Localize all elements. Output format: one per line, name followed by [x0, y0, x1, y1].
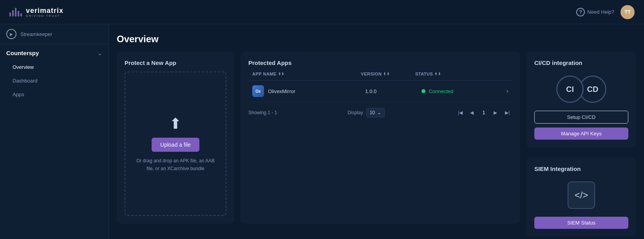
td-app-name: Ox OlivexMirror: [252, 85, 365, 97]
logo-bar-3: [15, 8, 16, 16]
logo-bar-4: [18, 11, 19, 16]
ci-icon: CI: [556, 75, 584, 103]
display-row: Display 10 ⌄: [347, 108, 385, 117]
upload-file-button[interactable]: Upload a file: [152, 138, 199, 152]
table-row[interactable]: Ox OlivexMirror 1.0.0 Connected ›: [248, 81, 512, 102]
showing-text: Showing 1 - 1: [248, 110, 277, 115]
display-select[interactable]: 10 ⌄: [366, 108, 385, 117]
code-icon: </>: [568, 181, 595, 209]
cicd-icons: CI CD: [534, 75, 628, 103]
main-content: Overview Protect a New App ⬆ Upload a fi…: [109, 24, 644, 239]
table-footer: Showing 1 - 1 Display 10 ⌄ |◀ ◀ 1 ▶ ▶|: [248, 108, 512, 118]
td-version: 1.0.0: [365, 88, 421, 94]
pagination-next-button[interactable]: ▶: [490, 108, 501, 118]
sidebar-nav: Overview Dashboard Apps: [0, 60, 109, 101]
protected-apps-card: Protected Apps APP NAME ⬆⬇ VERSION ⬆⬇ ST…: [241, 52, 520, 224]
setup-cicd-button[interactable]: Setup CI/CD: [534, 111, 628, 124]
logo-icon: [9, 8, 22, 16]
nav-right: ? Need Help? TT: [576, 5, 635, 19]
status-dot-icon: [421, 89, 425, 93]
siem-card-title: SIEM Integration: [534, 165, 628, 172]
sidebar-item-dashboard[interactable]: Dashboard: [0, 74, 109, 88]
pagination-page-1[interactable]: 1: [479, 108, 489, 118]
help-button[interactable]: ? Need Help?: [576, 8, 614, 16]
sidebar: ▶ Streamkeeper Counterspy ⌄ Overview Das…: [0, 24, 109, 239]
cicd-card: CI/CD integration CI CD Setup CI/CD Mana…: [526, 52, 636, 147]
app-icon: Ox: [252, 85, 264, 97]
sidebar-item-apps[interactable]: Apps: [0, 88, 109, 101]
siem-card: SIEM Integration </> SIEM Status: [526, 158, 636, 237]
col-header-status: STATUS ⬆⬇: [415, 72, 497, 76]
sort-icon-version[interactable]: ⬆⬇: [383, 72, 390, 76]
col-header-version: VERSION ⬆⬇: [361, 72, 415, 76]
protect-app-card-title: Protect a New App: [125, 59, 226, 66]
sidebar-item-overview[interactable]: Overview: [0, 60, 109, 74]
upload-icon: ⬆: [169, 115, 182, 132]
logo-bar-1: [9, 13, 11, 16]
chevron-icon: ⌄: [377, 110, 381, 115]
siem-icon-wrap: </>: [534, 181, 628, 209]
col-header-app-name: APP NAME ⬆⬇: [252, 72, 361, 76]
td-status: Connected: [421, 88, 506, 94]
help-icon: ?: [576, 8, 585, 16]
body-wrap: ▶ Streamkeeper Counterspy ⌄ Overview Das…: [0, 24, 644, 239]
topnav: verimatrix DRIVING TRUST ? Need Help? TT: [0, 0, 644, 24]
avatar[interactable]: TT: [620, 5, 635, 19]
upload-zone[interactable]: ⬆ Upload a file Or drag and drop an APK …: [125, 72, 226, 216]
logo-bar-5: [20, 13, 22, 16]
logo-bar-2: [12, 10, 14, 16]
sidebar-product[interactable]: ▶ Streamkeeper: [0, 24, 109, 44]
help-label: Need Help?: [587, 9, 614, 15]
logo-text-area: verimatrix DRIVING TRUST: [26, 7, 63, 18]
upload-hint: Or drag and drop an APK file, an AAB fil…: [133, 157, 218, 172]
play-icon: ▶: [6, 29, 16, 39]
manage-api-keys-button[interactable]: Manage API Keys: [534, 128, 628, 140]
protected-apps-title: Protected Apps: [248, 59, 512, 66]
row-arrow-icon[interactable]: ›: [507, 88, 508, 95]
page-title: Overview: [117, 34, 636, 45]
logo-text: verimatrix: [26, 7, 63, 15]
sort-icon-status[interactable]: ⬆⬇: [434, 72, 441, 76]
logo-sub: DRIVING TRUST: [26, 14, 63, 18]
sidebar-section-counterspy[interactable]: Counterspy ⌄: [0, 44, 109, 60]
sort-icon-name[interactable]: ⬆⬇: [278, 72, 285, 76]
cards-row: Protect a New App ⬆ Upload a file Or dra…: [117, 52, 636, 224]
right-column: CI/CD integration CI CD Setup CI/CD Mana…: [526, 52, 636, 224]
table-header: APP NAME ⬆⬇ VERSION ⬆⬇ STATUS ⬆⬇: [248, 72, 512, 81]
pagination: |◀ ◀ 1 ▶ ▶|: [455, 108, 512, 118]
cicd-card-title: CI/CD integration: [534, 59, 628, 66]
pagination-first-button[interactable]: |◀: [455, 108, 465, 118]
status-text: Connected: [429, 88, 453, 94]
protect-app-card: Protect a New App ⬆ Upload a file Or dra…: [117, 52, 234, 224]
sidebar-section-label: Counterspy: [6, 50, 39, 56]
display-label: Display: [347, 110, 363, 115]
chevron-down-icon: ⌄: [98, 50, 102, 56]
pagination-prev-button[interactable]: ◀: [467, 108, 477, 118]
siem-status-button[interactable]: SIEM Status: [534, 217, 628, 229]
logo-area: verimatrix DRIVING TRUST: [9, 7, 63, 18]
pagination-last-button[interactable]: ▶|: [502, 108, 512, 118]
product-name: Streamkeeper: [20, 31, 52, 37]
